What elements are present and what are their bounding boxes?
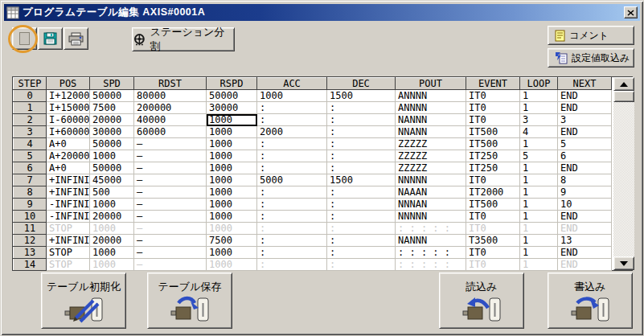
cell-acc-row11[interactable]: : <box>257 223 327 235</box>
cell-event-row11[interactable]: IT0 <box>466 223 520 235</box>
cell-pout-row13[interactable]: : : : : : <box>396 247 466 259</box>
cell-pos-row3[interactable]: I+600000 <box>47 126 90 138</box>
cell-dec-row1[interactable]: : <box>327 102 396 114</box>
cell-dec-row8[interactable]: : <box>327 186 396 199</box>
cell-pos-row2[interactable]: I-600000 <box>47 114 90 126</box>
cell-pos-row11[interactable]: STOP <box>47 223 90 235</box>
cell-rspd-row4[interactable]: 1000 <box>207 138 257 150</box>
cell-spd-row1[interactable]: 7500 <box>90 102 134 114</box>
scrollbar-track[interactable] <box>613 102 634 256</box>
scroll-down-button[interactable] <box>613 256 634 270</box>
cell-dec-row7[interactable]: 1500 <box>327 174 396 186</box>
cell-acc-row14[interactable]: : <box>257 259 327 271</box>
cell-rspd-row2[interactable]: 1000 <box>207 114 257 126</box>
cell-rdst-row11[interactable]: – <box>134 223 207 235</box>
cell-event-row7[interactable]: IT0 <box>466 174 520 186</box>
cell-spd-row0[interactable]: 50000 <box>90 90 134 102</box>
cell-event-row2[interactable]: IT0 <box>466 114 520 126</box>
cell-next-row9[interactable]: 10 <box>558 199 612 211</box>
cell-pos-row8[interactable]: +INFINITY <box>47 186 90 199</box>
write-button[interactable]: 書込み <box>548 272 633 329</box>
cell-rdst-row7[interactable]: – <box>134 174 207 186</box>
cell-event-row9[interactable]: IT500 <box>466 199 520 211</box>
cell-rspd-row3[interactable]: 1000 <box>207 126 257 138</box>
cell-next-row10[interactable]: END <box>558 211 612 223</box>
cell-rspd-row0[interactable]: 50000 <box>207 90 257 102</box>
close-button[interactable] <box>624 6 638 18</box>
cell-next-row5[interactable]: 6 <box>558 150 612 162</box>
table-initialize-button[interactable]: テーブル初期化 <box>41 272 126 329</box>
row-header-9[interactable]: 9 <box>14 199 47 211</box>
cell-rdst-row2[interactable]: 40000 <box>134 114 207 126</box>
cell-pos-row1[interactable]: I+150000 <box>47 102 90 114</box>
cell-loop-row7[interactable]: 1 <box>520 174 558 186</box>
cell-dec-row4[interactable]: : <box>327 138 396 150</box>
cell-pout-row12[interactable]: NANNN <box>396 235 466 247</box>
cell-acc-row2[interactable]: : <box>257 114 327 126</box>
cell-spd-row6[interactable]: 50000 <box>90 162 134 174</box>
cell-dec-row9[interactable]: : <box>327 199 396 211</box>
cell-loop-row8[interactable]: 1 <box>520 186 558 199</box>
cell-rdst-row1[interactable]: 200000 <box>134 102 207 114</box>
cell-acc-row4[interactable]: : <box>257 138 327 150</box>
cell-event-row5[interactable]: IT250 <box>466 150 520 162</box>
cell-acc-row3[interactable]: 2000 <box>257 126 327 138</box>
cell-event-row6[interactable]: IT250 <box>466 162 520 174</box>
cell-loop-row11[interactable]: 1 <box>520 223 558 235</box>
cell-pout-row0[interactable]: ANNNN <box>396 90 466 102</box>
cell-pos-row14[interactable]: STOP <box>47 259 90 271</box>
cell-pout-row8[interactable]: NAAAN <box>396 186 466 199</box>
cell-dec-row13[interactable]: : <box>327 247 396 259</box>
cell-event-row0[interactable]: IT0 <box>466 90 520 102</box>
cell-pout-row5[interactable]: ZZZZZ <box>396 150 466 162</box>
row-header-13[interactable]: 13 <box>14 247 47 259</box>
cell-dec-row3[interactable]: : <box>327 126 396 138</box>
cell-acc-row0[interactable]: 1000 <box>257 90 327 102</box>
cell-loop-row5[interactable]: 5 <box>520 150 558 162</box>
cell-rspd-row6[interactable]: 1000 <box>207 162 257 174</box>
cell-acc-row7[interactable]: 5000 <box>257 174 327 186</box>
cell-pos-row13[interactable]: STOP <box>47 247 90 259</box>
cell-pout-row10[interactable]: NNNNN <box>396 211 466 223</box>
cell-event-row14[interactable]: IT0 <box>466 259 520 271</box>
cell-rspd-row9[interactable]: 1000 <box>207 199 257 211</box>
cell-spd-row13[interactable]: 1000 <box>90 247 134 259</box>
row-header-2[interactable]: 2 <box>14 114 47 126</box>
cell-loop-row0[interactable]: 1 <box>520 90 558 102</box>
cell-event-row8[interactable]: IT2000 <box>466 186 520 199</box>
cell-pout-row2[interactable]: NANNN <box>396 114 466 126</box>
row-header-3[interactable]: 3 <box>14 126 47 138</box>
cell-rdst-row5[interactable]: – <box>134 150 207 162</box>
cell-rdst-row10[interactable]: – <box>134 211 207 223</box>
scrollbar-thumb[interactable] <box>613 91 634 102</box>
cell-next-row12[interactable]: 13 <box>558 235 612 247</box>
cell-rspd-row13[interactable]: 1000 <box>207 247 257 259</box>
import-settings-button[interactable]: 設定値取込み <box>548 48 634 68</box>
cell-loop-row3[interactable]: 4 <box>520 126 558 138</box>
cell-rdst-row9[interactable]: – <box>134 199 207 211</box>
cell-next-row8[interactable]: 9 <box>558 186 612 199</box>
cell-acc-row10[interactable]: : <box>257 211 327 223</box>
table-save-button[interactable]: テーブル保存 <box>147 272 232 329</box>
cell-spd-row4[interactable]: 50000 <box>90 138 134 150</box>
cell-loop-row13[interactable]: 1 <box>520 247 558 259</box>
cell-pout-row3[interactable]: NNANN <box>396 126 466 138</box>
cell-dec-row14[interactable]: : <box>327 259 396 271</box>
cell-acc-row1[interactable]: : <box>257 102 327 114</box>
cell-loop-row2[interactable]: 3 <box>520 114 558 126</box>
cell-next-row1[interactable]: END <box>558 102 612 114</box>
cell-dec-row2[interactable]: : <box>327 114 396 126</box>
cell-dec-row0[interactable]: 1500 <box>327 90 396 102</box>
station-split-button[interactable]: ステーション分割 <box>132 27 235 51</box>
cell-rdst-row4[interactable]: – <box>134 138 207 150</box>
cell-acc-row13[interactable]: : <box>257 247 327 259</box>
cell-rdst-row3[interactable]: 60000 <box>134 126 207 138</box>
cell-dec-row5[interactable]: : <box>327 150 396 162</box>
vertical-scrollbar[interactable] <box>613 77 634 270</box>
cell-spd-row3[interactable]: 30000 <box>90 126 134 138</box>
cell-next-row3[interactable]: END <box>558 126 612 138</box>
row-header-8[interactable]: 8 <box>14 186 47 199</box>
cell-spd-row12[interactable]: 20000 <box>90 235 134 247</box>
cell-acc-row6[interactable]: : <box>257 162 327 174</box>
row-header-12[interactable]: 12 <box>14 235 47 247</box>
